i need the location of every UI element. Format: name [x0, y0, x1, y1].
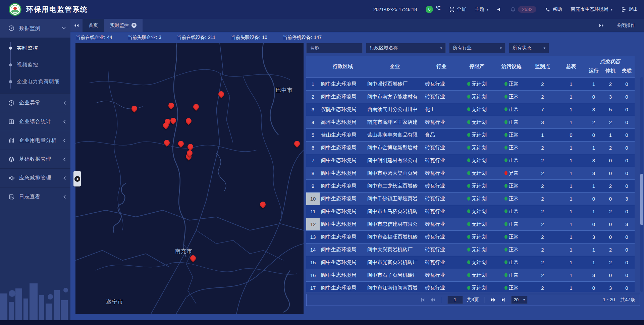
prev-page-button[interactable]	[430, 296, 436, 303]
status-dot-green	[467, 235, 470, 239]
map-marker-pin[interactable]	[218, 91, 225, 100]
pin-icon	[189, 254, 197, 262]
sidebar-item-log-view[interactable]: 日志查看	[0, 187, 70, 206]
industry-filter-select[interactable]: 所有行业 ▾	[449, 43, 505, 53]
sidebar-item-power-load-detail[interactable]: 企业电力负荷明细	[0, 73, 70, 90]
table-row[interactable]: 8阆中生态环境局阆中市枣碧大梁山页岩砖瓦行业无计划异常21300	[306, 167, 635, 179]
table-row[interactable]: 7阆中生态环境局阆中明阳建材有限公司砖瓦行业无计划正常21300	[306, 154, 635, 167]
cell-facility-status: 正常	[495, 192, 528, 205]
close-operations-button[interactable]: 关闭操作	[616, 22, 635, 29]
last-page-button[interactable]	[500, 296, 507, 303]
chevron-down-icon: ▾	[487, 7, 489, 12]
map-marker-pin[interactable]	[186, 150, 193, 159]
cell-limit-status: 无计划	[459, 256, 495, 269]
mute-button[interactable]	[497, 7, 502, 12]
sidebar-item-base-data[interactable]: 基础数据管理	[0, 150, 70, 168]
fullscreen-button[interactable]: 全屏	[449, 6, 466, 12]
cell-company: 阆中市江南镇阆南页岩	[366, 281, 424, 292]
sidebar-item-emergency-reduction[interactable]: 应急减排管理	[0, 168, 70, 187]
map-marker-pin[interactable]	[170, 118, 176, 126]
map-marker-pin[interactable]	[163, 122, 169, 131]
table-row[interactable]: 14阆中生态环境局阆中大兴页岩机砖厂砖瓦行业无计划正常21120	[306, 243, 635, 256]
tab-realtime-monitor[interactable]: 实时监控 ×	[104, 19, 143, 32]
table-row[interactable]: 13阆中生态环境局阆中市金福旺页岩机砖砖瓦行业无计划正常21300	[306, 230, 635, 243]
cell-stop-count: 0	[602, 230, 619, 243]
close-tab-icon[interactable]: ×	[131, 23, 137, 28]
table-row[interactable]: 11阆中生态环境局阆中市五马桥页岩机砖砖瓦行业无计划正常21120	[306, 205, 635, 218]
table-row[interactable]: 12阆中生态环境局阆中市忠信建材有限公砖瓦行业无计划正常21003	[306, 218, 635, 230]
cell-industry: 砖瓦行业	[424, 281, 459, 292]
map-marker-pin[interactable]	[193, 104, 199, 113]
cell-run-count: 0	[585, 128, 602, 141]
pin-icon	[162, 121, 170, 129]
theme-dropdown[interactable]: 主题 ▾	[475, 6, 489, 12]
table-row[interactable]: 3仪陇生态环境局西南油气田分公司川中化工无计划正常71350	[306, 103, 635, 116]
help-button[interactable]: 帮助	[545, 6, 562, 12]
cell-stop-count: 1	[602, 128, 619, 141]
bullet-icon	[9, 47, 12, 50]
stat-value: 10	[262, 35, 267, 41]
map-marker-pin[interactable]	[260, 202, 266, 210]
cell-stop-count: 3	[602, 90, 619, 103]
page-number-input[interactable]	[447, 296, 463, 304]
map-collapse-handle[interactable]: ◀	[73, 171, 81, 186]
page-size-select[interactable]: 20 ▾	[511, 296, 527, 304]
table-row[interactable]: 1阆中生态环境局阆中强锐页岩砖厂砖瓦行业无计划正常21120	[306, 78, 635, 91]
row-number: 1	[306, 78, 320, 90]
map-marker-pin[interactable]	[185, 118, 192, 127]
table-row[interactable]: 15阆中生态环境局阆中市光富页岩机砖厂砖瓦行业无计划正常21120	[306, 256, 635, 269]
cell-region: 营山生态环境局	[320, 128, 366, 141]
stats-bar: 当前在线企业:44当前失联企业:3当前在线设备:211当前失联设备:10当前停机…	[70, 32, 644, 43]
sidebar-item-realtime-monitor[interactable]: 实时监控	[0, 40, 70, 56]
map-marker-pin[interactable]	[190, 255, 196, 264]
map-marker-pin[interactable]	[294, 141, 301, 150]
cell-lost-count: 0	[619, 90, 635, 103]
cell-meter-total: 1	[557, 90, 585, 103]
cell-lost-count: 0	[619, 154, 635, 167]
table-scrollbar[interactable]	[640, 77, 643, 292]
status-dot-green	[467, 260, 470, 264]
cell-facility-status: 正常	[495, 78, 528, 91]
region-filter-select[interactable]: 行政区域名称 ▾	[366, 43, 446, 53]
map-marker-pin[interactable]	[168, 103, 175, 111]
table-row[interactable]: 16阆中生态环境局阆中市石子页岩机砖厂砖瓦行业无计划正常21300	[306, 269, 635, 281]
cell-facility-status: 正常	[495, 103, 528, 116]
table-row[interactable]: 17阆中生态环境局阆中市江南镇阆南页岩砖瓦行业无计划正常21030	[306, 281, 635, 292]
stat-value: 3	[159, 35, 161, 41]
scrollbar-thumb[interactable]	[640, 174, 643, 225]
table-row[interactable]: 9阆中生态环境局阆中市二龙长宝页岩砖砖瓦行业无计划正常21120	[306, 179, 635, 192]
map-marker-pin[interactable]	[177, 141, 184, 150]
cell-region: 阆中生态环境局	[320, 256, 366, 269]
map-marker-pin[interactable]	[131, 106, 138, 114]
table-body-viewport[interactable]: 1阆中生态环境局阆中强锐页岩砖厂砖瓦行业无计划正常211202阆中生态环境局阆中…	[306, 78, 640, 292]
tabs-scroll-left-button[interactable]	[70, 19, 83, 32]
org-dropdown[interactable]: 南充市生态环境局 ▾	[571, 6, 612, 12]
sidebar-item-video-monitor[interactable]: 视频监控	[0, 56, 70, 73]
next-page-button[interactable]	[490, 296, 496, 303]
table-row[interactable]: 5营山生态环境局营山县润丰肉食品有限食品无计划正常10010	[306, 128, 635, 141]
table-row[interactable]: 6阆中生态环境局阆中市金博瑞新型墙材砖瓦行业无计划正常21120	[306, 141, 635, 154]
cell-stop-count: 2	[602, 243, 619, 256]
table-row[interactable]: 4高坪生态环境局南充市高坪区王家店建砖瓦行业无计划正常31220	[306, 116, 635, 128]
table-row[interactable]: 10阆中生态环境局阆中千佛镇五郎垭页岩砖瓦行业无计划正常21003	[306, 192, 635, 205]
sidebar-item-data-monitoring[interactable]: 数据监测	[0, 19, 70, 38]
sidebar-item-label: 数据监测	[19, 25, 57, 32]
sidebar-item-power-analysis[interactable]: 企业用电量分析	[0, 131, 70, 150]
table-row[interactable]: 2阆中生态环境局阆中市南方节能建材有砖瓦行业无计划正常21030	[306, 90, 635, 103]
notifications[interactable]: 2632	[511, 6, 536, 13]
first-page-button[interactable]	[419, 296, 426, 303]
sidebar-item-enterprise-statistics[interactable]: 企业综合统计	[0, 112, 70, 131]
status-filter-select[interactable]: 所有状态 ▾	[509, 43, 549, 53]
chevron-down-icon	[62, 27, 66, 30]
logout-button[interactable]: 退出	[621, 6, 638, 12]
map-city-label: 遂宁市	[106, 298, 123, 305]
double-chevron-right-icon[interactable]	[599, 23, 604, 28]
tab-home[interactable]: 首页	[83, 19, 104, 32]
name-filter-input[interactable]	[306, 43, 363, 53]
cell-index: 12	[306, 218, 320, 230]
map-marker-pin[interactable]	[163, 140, 170, 149]
collapse-left-icon: ◀	[76, 177, 78, 180]
row-number: 9	[306, 180, 320, 192]
sidebar-item-enterprise-abnormal[interactable]: 企业异常	[0, 93, 70, 112]
map-canvas[interactable]: 巴中市南充市遂宁市 ◀	[75, 43, 304, 314]
